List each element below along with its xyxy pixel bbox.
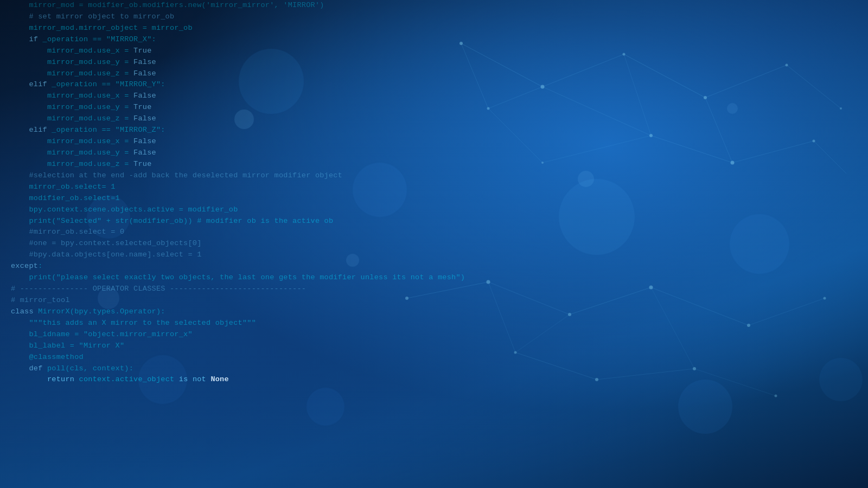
code-line-29: # --------------- OPERATOR CLASSES -----… [11, 284, 532, 295]
code-line-7: mirror_mod.use_y = False [11, 57, 532, 68]
code-display: mirror_mod = modifier_ob.modifiers.new('… [0, 0, 542, 386]
code-line-36: bl_idname = "object.mirror_mirror_x" [11, 329, 532, 341]
code-line-37: bl_label = "Mirror X" [11, 341, 532, 352]
code-line-25: #bpy.data.objects[one.name].select = 1 [11, 249, 532, 261]
code-line-3: mirror_mod.mirror_object = mirror_ob [11, 23, 532, 34]
code-line-20: modifier_ob.select=1 [11, 193, 532, 204]
code-line-35: """this adds an X mirror to the selected… [11, 318, 532, 329]
code-line-22: print("Selected" + str(modifier_ob)) # m… [11, 216, 532, 227]
code-line-19: mirror_ob.select= 1 [11, 182, 532, 193]
code-line-30: # mirror_tool [11, 295, 532, 306]
code-line-34: class MirrorX(bpy.types.Operator): [11, 306, 532, 318]
code-line-12: mirror_mod.use_z = False [11, 113, 532, 125]
code-line-21: bpy.context.scene.objects.active = modif… [11, 204, 532, 216]
code-line-39: @classmethod [11, 352, 532, 363]
code-line-16: mirror_mod.use_z = True [11, 159, 532, 170]
code-line-26: except: [11, 261, 532, 272]
code-line-6: mirror_mod.use_x = True [11, 46, 532, 57]
code-line-13: elif _operation == "MIRROR_Z": [11, 125, 532, 136]
code-line-0: mirror_mod = modifier_ob.modifiers.new('… [11, 0, 532, 11]
code-line-2: # set mirror object to mirror_ob [11, 11, 532, 23]
code-line-15: mirror_mod.use_y = False [11, 147, 532, 159]
code-line-41: return context.active_object is not None [11, 374, 532, 386]
code-line-23: #mirror_ob.select = 0 [11, 227, 532, 238]
code-line-40: def poll(cls, context): [11, 363, 532, 375]
code-line-14: mirror_mod.use_x = False [11, 136, 532, 147]
code-line-11: mirror_mod.use_y = True [11, 102, 532, 113]
code-line-9: elif _operation == "MIRROR_Y": [11, 79, 532, 91]
code-line-8: mirror_mod.use_z = False [11, 68, 532, 80]
code-line-24: #one = bpy.context.selected_objects[0] [11, 238, 532, 249]
code-line-18: #selection at the end -add back the dese… [11, 170, 532, 182]
code-line-10: mirror_mod.use_x = False [11, 91, 532, 102]
code-line-27: print("please select exactly two objects… [11, 272, 532, 284]
code-line-5: if _operation == "MIRROR_X": [11, 34, 532, 46]
